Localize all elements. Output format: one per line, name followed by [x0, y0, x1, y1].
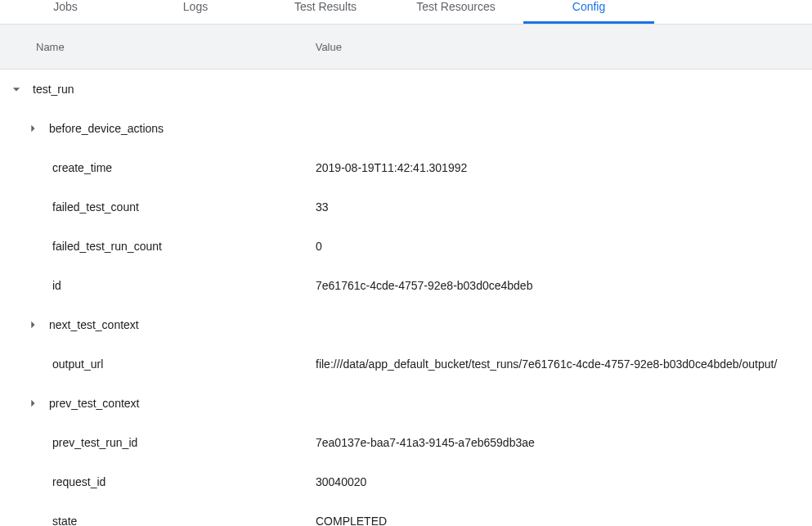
- tree-row[interactable]: before_device_actions: [0, 109, 812, 148]
- tree-node-value: 2019-08-19T11:42:41.301992: [316, 161, 467, 174]
- tree-row: prev_test_run_id 7ea0137e-baa7-41a3-9145…: [0, 423, 812, 462]
- tree-row: id 7e61761c-4cde-4757-92e8-b03d0ce4bdeb: [0, 266, 812, 305]
- tab-jobs[interactable]: Jobs: [53, 0, 78, 21]
- tree-node-value: file:///data/app_default_bucket/test_run…: [316, 357, 777, 371]
- tab-test-resources[interactable]: Test Resources: [416, 0, 496, 21]
- tree-row: failed_test_count 33: [0, 187, 812, 227]
- tree-node-name: create_time: [52, 161, 316, 174]
- tree-row[interactable]: prev_test_context: [0, 384, 812, 423]
- tree-node-name: failed_test_run_count: [52, 240, 316, 253]
- tree-node-name: state: [52, 515, 316, 526]
- header-value: Value: [316, 41, 342, 53]
- tree-row: request_id 30040020: [0, 462, 812, 501]
- tree-node-name: next_test_context: [49, 318, 312, 331]
- tabs-bar: Jobs Logs Test Results Test Resources Co…: [0, 0, 812, 25]
- tree-row[interactable]: next_test_context: [0, 305, 812, 344]
- tab-test-results[interactable]: Test Results: [294, 0, 357, 21]
- tree-row: failed_test_run_count 0: [0, 227, 812, 266]
- tree-node-name: test_run: [33, 83, 296, 96]
- tab-logs[interactable]: Logs: [182, 0, 209, 21]
- chevron-right-icon[interactable]: [23, 317, 43, 333]
- tree-row: output_url file:///data/app_default_buck…: [0, 344, 812, 384]
- tree-node-value: COMPLETED: [316, 515, 387, 526]
- tree-node-value: 30040020: [316, 475, 366, 488]
- tree-node-value: 7ea0137e-baa7-41a3-9145-a7eb659db3ae: [316, 436, 535, 449]
- table-header: Name Value: [0, 25, 812, 70]
- tree-row: create_time 2019-08-19T11:42:41.301992: [0, 148, 812, 187]
- tree-row: state COMPLETED: [0, 501, 812, 526]
- tree-node-name: request_id: [52, 475, 316, 488]
- tree-node-name: output_url: [52, 357, 316, 371]
- tree-node-name: before_device_actions: [49, 122, 312, 135]
- config-tree: test_run before_device_actions create_ti…: [0, 70, 812, 526]
- tree-node-name: prev_test_run_id: [52, 436, 316, 449]
- tree-node-value: 0: [316, 240, 322, 253]
- tree-node-value: 33: [316, 200, 329, 214]
- chevron-right-icon[interactable]: [23, 120, 43, 137]
- tree-node-name: id: [52, 279, 316, 292]
- tree-node-name: failed_test_count: [52, 200, 316, 214]
- header-name: Name: [36, 41, 65, 53]
- chevron-right-icon[interactable]: [23, 395, 43, 411]
- tree-node-value: 7e61761c-4cde-4757-92e8-b03d0ce4bdeb: [316, 279, 532, 292]
- chevron-down-icon[interactable]: [7, 81, 26, 97]
- tab-config[interactable]: Config: [523, 0, 654, 24]
- tree-row-root[interactable]: test_run: [0, 70, 812, 109]
- tree-node-name: prev_test_context: [49, 397, 312, 410]
